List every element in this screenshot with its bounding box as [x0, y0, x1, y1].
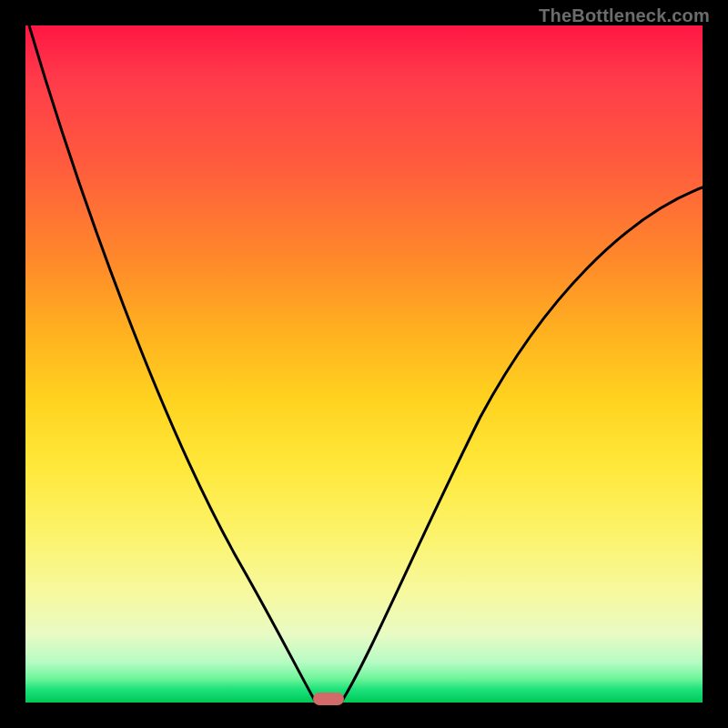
- optimal-marker: [313, 693, 344, 705]
- left-curve: [29, 25, 315, 701]
- curves-svg: [25, 25, 703, 703]
- watermark-text: TheBottleneck.com: [539, 5, 710, 26]
- plot-area: [25, 25, 703, 703]
- right-curve: [342, 187, 703, 701]
- chart-container: TheBottleneck.com: [0, 0, 728, 728]
